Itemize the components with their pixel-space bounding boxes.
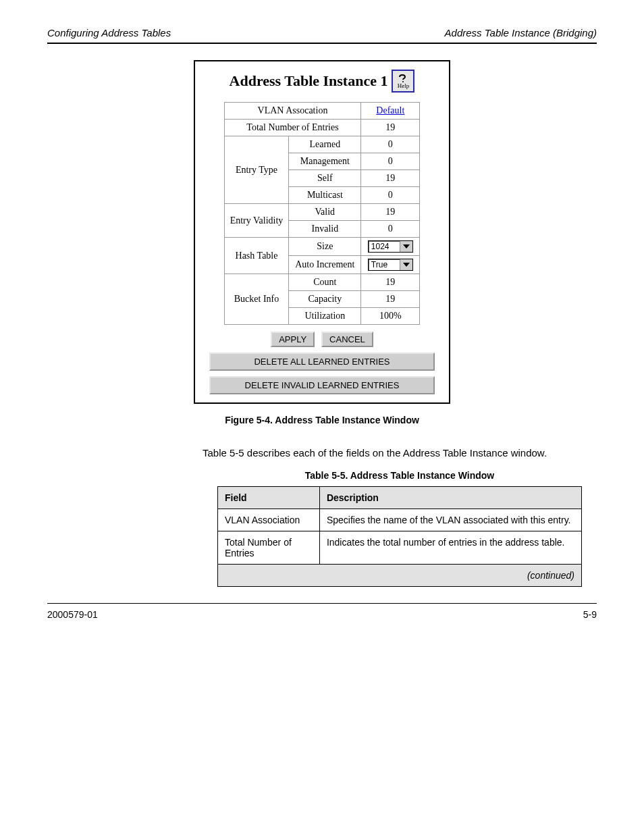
- invalid-label: Invalid: [289, 221, 361, 238]
- learned-label: Learned: [289, 136, 361, 153]
- chevron-down-icon: [400, 241, 412, 252]
- total-entries-label: Total Number of Entries: [224, 120, 361, 136]
- footer-right: 5-9: [583, 609, 597, 620]
- figure-caption: Figure 5-4. Address Table Instance Windo…: [47, 415, 597, 425]
- self-value: 19: [361, 170, 420, 187]
- address-table-dialog: Address Table Instance 1 Help VLAN Assoc…: [194, 60, 450, 404]
- count-value: 19: [361, 274, 420, 291]
- cell-field: Total Number of Entries: [218, 531, 320, 564]
- valid-value: 19: [361, 204, 420, 221]
- description-text: Table 5-5 describes each of the fields o…: [203, 446, 597, 461]
- delete-invalid-learned-button[interactable]: DELETE INVALID LEARNED ENTRIES: [209, 376, 435, 394]
- management-value: 0: [361, 153, 420, 170]
- table-row: VLAN Association Specifies the name of t…: [218, 509, 582, 531]
- valid-label: Valid: [289, 204, 361, 221]
- col-field: Field: [218, 486, 320, 509]
- chevron-down-icon: [400, 259, 412, 270]
- cancel-button[interactable]: CANCEL: [321, 332, 373, 347]
- utilization-value: 100%: [361, 308, 420, 325]
- auto-increment-label: Auto Increment: [289, 256, 361, 274]
- vlan-assoc-label: VLAN Assocation: [224, 103, 361, 120]
- cell-field: VLAN Association: [218, 509, 320, 531]
- table-row: Total Number of Entries Indicates the to…: [218, 531, 582, 564]
- capacity-label: Capacity: [289, 291, 361, 308]
- vlan-assoc-link[interactable]: Default: [376, 105, 404, 115]
- continued-label: (continued): [218, 564, 582, 586]
- invalid-value: 0: [361, 221, 420, 238]
- multicast-label: Multicast: [289, 187, 361, 204]
- dialog-title: Address Table Instance 1: [230, 72, 388, 90]
- auto-increment-value: True: [369, 259, 400, 270]
- top-rule: [47, 43, 597, 44]
- cell-desc: Indicates the total number of entries in…: [319, 531, 581, 564]
- delete-all-learned-button[interactable]: DELETE ALL LEARNED ENTRIES: [209, 353, 435, 371]
- ref-table-title: Table 5-5. Address Table Instance Window: [203, 470, 597, 481]
- hash-table-group: Hash Table: [224, 238, 289, 274]
- size-select[interactable]: 1024: [368, 240, 413, 253]
- reference-table: Field Description VLAN Association Speci…: [217, 486, 582, 587]
- running-left: Configuring Address Tables: [47, 27, 171, 38]
- footer-left: 2000579-01: [47, 609, 98, 620]
- entry-validity-group: Entry Validity: [224, 204, 289, 238]
- learned-value: 0: [361, 136, 420, 153]
- bottom-rule: [47, 603, 597, 604]
- cell-desc: Specifies the name of the VLAN associate…: [319, 509, 581, 531]
- help-button[interactable]: Help: [392, 70, 414, 93]
- size-select-value: 1024: [369, 241, 400, 252]
- total-entries-value: 19: [361, 120, 420, 136]
- management-label: Management: [289, 153, 361, 170]
- help-label: Help: [398, 83, 410, 89]
- col-desc: Description: [319, 486, 581, 509]
- apply-button[interactable]: APPLY: [271, 332, 315, 347]
- size-label: Size: [289, 238, 361, 256]
- bucket-info-group: Bucket Info: [224, 274, 289, 325]
- auto-increment-select[interactable]: True: [368, 259, 413, 271]
- multicast-value: 0: [361, 187, 420, 204]
- capacity-value: 19: [361, 291, 420, 308]
- instance-table: VLAN Assocation Default Total Number of …: [224, 102, 421, 325]
- self-label: Self: [289, 170, 361, 187]
- count-label: Count: [289, 274, 361, 291]
- utilization-label: Utilization: [289, 308, 361, 325]
- running-right: Address Table Instance (Bridging): [445, 27, 597, 38]
- entry-type-group: Entry Type: [224, 136, 289, 204]
- help-icon: [397, 74, 409, 83]
